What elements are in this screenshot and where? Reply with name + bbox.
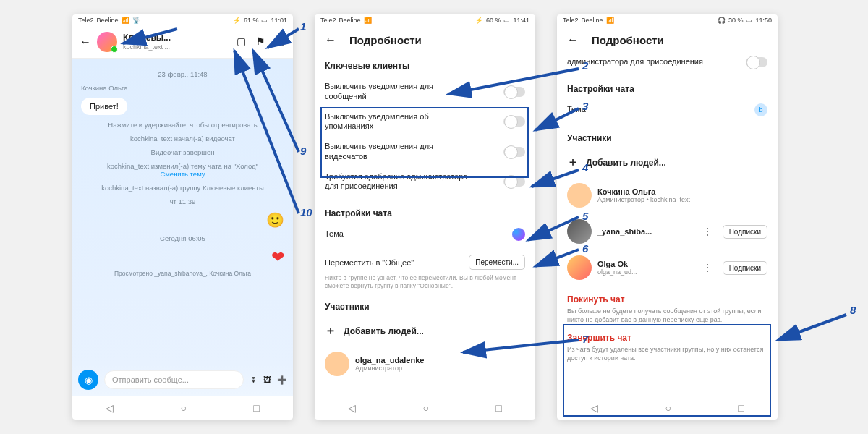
message-bubble[interactable]: Привет! <box>81 98 127 115</box>
toggle-admin-approval-cut[interactable]: администратора для присоединения <box>567 54 767 72</box>
end-chat[interactable]: Завершить чат <box>567 333 767 343</box>
member-row[interactable]: Olga Ok olga_na_ud... ⋮ Подписки <box>567 250 767 286</box>
move-label: Переместить в "Общее" <box>325 258 414 267</box>
carrier: Tele2 <box>78 17 94 24</box>
sender-name: Кочкина Ольга <box>81 84 284 92</box>
theme-row[interactable]: Тема b <box>567 98 767 122</box>
callout-10: 10 <box>300 206 312 218</box>
toggle-mute-mentions[interactable]: Выключить уведомления об упоминаниях <box>325 107 525 137</box>
callout-9: 9 <box>300 145 306 157</box>
callout-1: 1 <box>300 20 306 33</box>
member-row[interactable]: Кочкина Ольга Администратор • kochkina_t… <box>567 177 767 213</box>
heart-reaction[interactable]: ❤ <box>81 248 284 267</box>
toggle-switch[interactable] <box>503 147 525 157</box>
nav-back-icon[interactable]: ◁ <box>106 402 114 414</box>
nav-back-icon[interactable]: ◁ <box>590 402 598 414</box>
carrier: Beeline <box>339 17 361 24</box>
member-row[interactable]: _yana_shiba... ⋮ Подписки <box>567 213 767 250</box>
status-bar: Tele2 Beeline 📶 🎧 30 % ▭ 11:50 <box>557 14 778 26</box>
reaction-hint: Нажмите и удерживайте, чтобы отреагирова… <box>81 121 284 129</box>
toggle-label: Выключить уведомления для видеочатов <box>325 142 469 162</box>
android-nav: ◁ ○ □ <box>557 396 778 420</box>
section-members: Участники <box>567 133 767 143</box>
nav-recent-icon[interactable]: □ <box>738 402 744 414</box>
toggle-admin-approval[interactable]: Требуется одобрение администратора для п… <box>325 167 525 197</box>
system-text: kochkina_text изменил(-а) тему чата на "… <box>107 162 258 170</box>
flag-icon[interactable]: ⚑ <box>256 35 265 48</box>
camera-button[interactable]: ◉ <box>78 370 98 390</box>
avatar <box>567 255 592 280</box>
change-theme-link[interactable]: Сменить тему <box>160 170 205 178</box>
bluetooth-icon: ⚡ <box>475 17 483 24</box>
time-divider: Сегодня 06:05 <box>81 234 284 242</box>
add-icon[interactable]: ➕ <box>277 375 287 385</box>
back-icon[interactable]: ← <box>325 33 336 46</box>
chat-subtitle: kochkina_text ... <box>123 43 171 51</box>
theme-color-icon[interactable]: b <box>754 103 767 116</box>
clock: 11:50 <box>755 17 772 24</box>
chat-title[interactable]: Ключевы... <box>123 33 171 43</box>
bluetooth-icon: ⚡ <box>233 17 241 24</box>
video-call-icon[interactable]: ▢ <box>237 35 246 48</box>
toggle-mute-messages[interactable]: Выключить уведомления для сообщений <box>325 77 525 107</box>
member-name: Кочкина Ольга <box>597 187 690 196</box>
subscribe-button[interactable]: Подписки <box>723 225 767 239</box>
subscribe-button[interactable]: Подписки <box>723 261 767 275</box>
nav-home-icon[interactable]: ○ <box>423 402 429 414</box>
add-people[interactable]: ＋ Добавить людей... <box>567 148 767 177</box>
details-header: ← Подробности <box>315 26 535 54</box>
info-icon[interactable]: ⓘ <box>276 35 286 48</box>
group-name[interactable]: Ключевые клиенты <box>325 61 525 71</box>
nav-recent-icon[interactable]: □ <box>253 402 259 414</box>
toggle-switch[interactable] <box>746 57 767 67</box>
clock: 11:41 <box>513 17 529 24</box>
member-name: _yana_shiba... <box>597 227 652 236</box>
avatar[interactable] <box>97 32 117 52</box>
add-people[interactable]: ＋ Добавить людей... <box>325 316 525 346</box>
battery-pct: 61 % <box>244 17 259 24</box>
composer: ◉ Отправить сообще... 🎙 🖼 ➕ <box>72 364 293 396</box>
more-icon[interactable]: ⋮ <box>698 226 717 237</box>
carrier: Beeline <box>582 17 603 24</box>
image-icon[interactable]: 🖼 <box>263 375 271 384</box>
toggle-switch[interactable] <box>503 87 525 97</box>
end-note: Из чата будут удалены все участники груп… <box>567 346 767 362</box>
back-icon[interactable]: ← <box>80 35 91 48</box>
mic-icon[interactable]: 🎙 <box>250 375 258 384</box>
nav-back-icon[interactable]: ◁ <box>348 402 356 414</box>
battery-pct: 60 % <box>486 17 501 24</box>
theme-row[interactable]: Тема <box>325 223 525 246</box>
nav-home-icon[interactable]: ○ <box>665 402 671 414</box>
callout-5: 5 <box>582 210 588 222</box>
signal-icon: 📶 <box>364 17 372 24</box>
battery-icon: ▭ <box>746 17 752 24</box>
android-nav: ◁ ○ □ <box>315 396 535 420</box>
chat-body[interactable]: 23 февр., 11:48 Кочкина Ольга Привет! На… <box>72 59 293 364</box>
callout-8: 8 <box>850 304 856 316</box>
member-row[interactable]: olga_na_udalenke Администратор <box>325 346 525 382</box>
time-divider: чт 11:39 <box>81 197 284 205</box>
toggle-switch[interactable] <box>503 116 525 127</box>
battery-icon: ▭ <box>261 17 268 24</box>
android-nav: ◁ ○ □ <box>72 396 293 420</box>
theme-color-icon[interactable] <box>512 228 525 241</box>
move-button[interactable]: Перемести... <box>469 255 525 270</box>
callout-2: 2 <box>582 59 588 72</box>
member-username: olga_na_ud... <box>597 268 637 276</box>
nav-recent-icon[interactable]: □ <box>495 402 501 414</box>
nav-home-icon[interactable]: ○ <box>181 402 187 414</box>
toggle-mute-video[interactable]: Выключить уведомления для видеочатов <box>325 137 525 167</box>
back-icon[interactable]: ← <box>567 33 579 46</box>
emoji-reaction[interactable]: 🙂 <box>81 211 284 229</box>
toggle-switch[interactable] <box>503 176 525 187</box>
system-message: kochkina_text изменил(-а) тему чата на "… <box>81 162 284 178</box>
callout-7: 7 <box>582 333 588 345</box>
details-header: ← Подробности <box>557 26 778 54</box>
page-title: Подробности <box>349 34 422 46</box>
message-input[interactable]: Отправить сообще... <box>104 370 244 389</box>
more-icon[interactable]: ⋮ <box>698 262 717 273</box>
leave-chat[interactable]: Покинуть чат <box>567 294 767 305</box>
headphones-icon: 🎧 <box>718 17 726 24</box>
carrier: Tele2 <box>320 17 336 24</box>
member-name: Olga Ok <box>597 260 637 268</box>
